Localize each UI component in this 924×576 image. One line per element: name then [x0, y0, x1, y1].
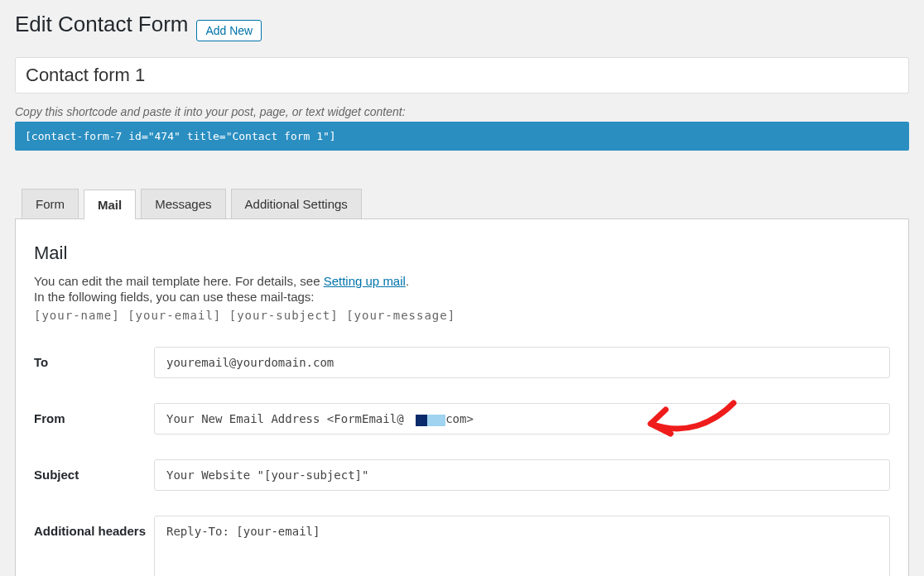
- mail-tags-intro: In the following fields, you can use the…: [34, 290, 890, 304]
- subject-label: Subject: [34, 459, 154, 482]
- subject-input[interactable]: [154, 459, 890, 491]
- setting-up-mail-link[interactable]: Setting up mail: [324, 274, 406, 288]
- additional-headers-row: Additional headers: [34, 516, 890, 576]
- additional-headers-label: Additional headers: [34, 516, 154, 538]
- tab-additional-settings[interactable]: Additional Settings: [231, 189, 362, 218]
- from-label: From: [34, 403, 154, 425]
- redaction-overlay: [419, 413, 445, 426]
- mail-desc-suffix: .: [406, 274, 409, 288]
- mail-description: You can edit the mail template here. For…: [34, 274, 890, 288]
- tab-form[interactable]: Form: [22, 189, 79, 218]
- to-label: To: [34, 347, 154, 369]
- tab-mail[interactable]: Mail: [84, 190, 136, 219]
- subject-row: Subject: [34, 459, 890, 491]
- from-row: From: [34, 403, 890, 434]
- to-row: To: [34, 347, 890, 378]
- mail-tags-list: [your-name] [your-email] [your-subject] …: [34, 309, 890, 322]
- mail-desc-prefix: You can edit the mail template here. For…: [34, 274, 324, 288]
- to-input[interactable]: [154, 347, 890, 378]
- mail-panel: Mail You can edit the mail template here…: [15, 218, 909, 576]
- additional-headers-input[interactable]: [154, 516, 890, 576]
- from-input[interactable]: [154, 403, 890, 434]
- mail-heading: Mail: [34, 242, 890, 264]
- page-title: Edit Contact Form: [15, 12, 189, 37]
- tab-messages[interactable]: Messages: [141, 189, 225, 218]
- form-title-input[interactable]: [15, 57, 909, 94]
- add-new-button[interactable]: Add New: [196, 20, 262, 41]
- tab-bar: Form Mail Messages Additional Settings: [22, 189, 909, 218]
- shortcode-bar[interactable]: [contact-form-7 id="474" title="Contact …: [15, 122, 909, 151]
- shortcode-hint: Copy this shortcode and paste it into yo…: [15, 105, 909, 118]
